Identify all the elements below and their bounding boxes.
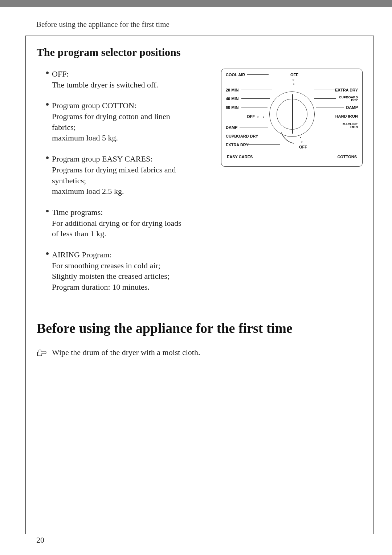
diagram-column: COOL AIR OFF ○ 20 MIN 40 MIN 60 MIN OFF — [189, 69, 363, 303]
dial-label-easy-cares: EASY CARES — [227, 155, 253, 159]
dial-label-cupboard-dry-right: CUPBOARDDRY — [339, 96, 358, 102]
dial-tick-arc — [279, 131, 298, 149]
dial-label-damp-left: DAMP — [226, 125, 237, 130]
dial-label-20min: 20 MIN — [226, 88, 238, 92]
dial-label-40min: 40 MIN — [226, 97, 238, 101]
bullet-item: AIRING Program: For smoothing creases in… — [37, 249, 182, 293]
dial-label-extra-dry-left: EXTRA DRY — [226, 143, 249, 147]
bullet-text: Program group COTTON: Programs for dryin… — [52, 100, 182, 143]
subsection-title: The program selector positions — [37, 46, 363, 58]
dial-label-cottons: COTTONS — [337, 155, 357, 159]
bullet-icon — [46, 72, 49, 74]
text-column: OFF: The tumble dryer is switched off. P… — [37, 69, 182, 303]
bullet-item: Time programs: For additional drying or … — [37, 207, 182, 239]
bullet-item: Program group COTTON: Programs for dryin… — [37, 100, 182, 143]
bullet-icon — [46, 103, 49, 106]
dial-label-cool-air: COOL AIR — [226, 73, 245, 77]
bullet-icon — [46, 252, 49, 255]
bullet-text: AIRING Program: For smoothing creases in… — [52, 249, 182, 293]
bullet-item: Program group EASY CARES: Programs for d… — [37, 154, 182, 197]
dial-label-off-left: OFF — [247, 114, 255, 119]
dial-label-60min: 60 MIN — [226, 105, 238, 110]
bullet-icon — [46, 156, 49, 159]
dial-label-extra-dry-right: EXTRA DRY — [335, 88, 358, 92]
dial-label-damp-right: DAMP — [346, 105, 358, 110]
document-page: Before using the appliance for the first… — [0, 7, 392, 555]
instruction-text: Wipe the drum of the dryer with a moist … — [52, 348, 200, 357]
bullet-item: OFF: The tumble dryer is switched off. — [37, 69, 182, 90]
bullet-icon — [46, 210, 49, 212]
dial-label-hand-iron: HAND IRON — [335, 114, 358, 118]
page-number: 20 — [36, 535, 44, 545]
dial-label-machine-iron: MACHINEIRON — [343, 123, 358, 128]
bullet-text: Program group EASY CARES: Programs for d… — [52, 154, 182, 197]
dial-label-cupboard-dry-left: CUPBOARD DRY — [226, 134, 258, 138]
dial-label-off-bottom: OFF — [299, 145, 307, 149]
program-selector-dial-diagram: COOL AIR OFF ○ 20 MIN 40 MIN 60 MIN OFF — [221, 69, 363, 167]
section-title: Before using the appliance for the first… — [37, 320, 363, 336]
content-wrapper: OFF: The tumble dryer is switched off. P… — [37, 69, 363, 303]
bullet-text: OFF: The tumble dryer is switched off. — [52, 69, 182, 90]
instruction-row: Wipe the drum of the dryer with a moist … — [37, 348, 363, 357]
dial-label-off-top: OFF — [290, 73, 298, 77]
pointing-hand-icon — [37, 349, 47, 356]
bullet-text: Time programs: For additional drying or … — [52, 207, 182, 239]
svg-rect-0 — [37, 352, 38, 356]
content-frame: The program selector positions OFF: The … — [25, 36, 374, 534]
dial-needle — [292, 94, 293, 134]
running-header: Before using the appliance for the first… — [36, 20, 374, 29]
